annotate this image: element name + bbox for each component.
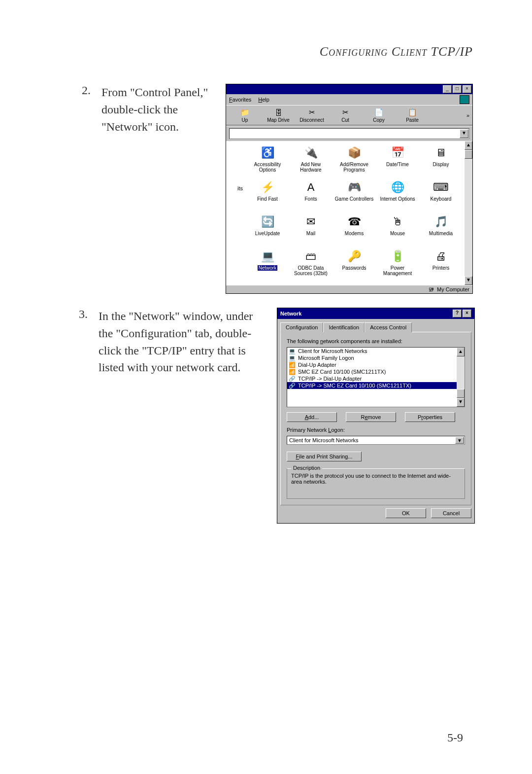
- address-dropdown-icon[interactable]: ▼: [460, 129, 468, 138]
- remove-button[interactable]: Remove: [346, 412, 396, 422]
- toolbar-copy[interactable]: 📄Copy: [363, 106, 395, 124]
- component-item[interactable]: 🔗TCP/IP -> Dial-Up Adapter: [287, 375, 465, 382]
- toolbar-overflow-icon[interactable]: »: [466, 112, 469, 118]
- disconnect-icon: ✂: [306, 107, 317, 117]
- close-button[interactable]: ×: [463, 310, 471, 317]
- display-icon: 🖥: [433, 145, 449, 161]
- cancel-button[interactable]: Cancel: [431, 508, 471, 518]
- cp-icon-keyboard[interactable]: ⌨Keyboard: [420, 179, 462, 212]
- file-print-sharing-button[interactable]: File and Print Sharing...: [287, 452, 362, 461]
- cp-icon-add-remove-programs[interactable]: 📦Add/Remove Programs: [333, 145, 375, 177]
- toolbar-up[interactable]: 📁Up: [229, 106, 261, 124]
- step-3-text: In the "Network" window, under the "Conf…: [99, 308, 256, 376]
- page-number: 5-9: [447, 731, 463, 744]
- help-button[interactable]: ?: [453, 310, 462, 317]
- step-3: 3. In the "Network" window, under the "C…: [79, 308, 473, 524]
- scrollbar[interactable]: ▲ ▼: [465, 141, 472, 285]
- combo-dropdown-icon[interactable]: ▼: [455, 437, 464, 444]
- configuration-pane: The following network components are ins…: [280, 332, 471, 505]
- add-button[interactable]: Add...: [287, 412, 337, 422]
- component-icon: 🔗: [289, 376, 296, 383]
- cp-icon-display[interactable]: 🖥Display: [420, 145, 462, 177]
- cp-icon-find-fast[interactable]: ⚡Find Fast: [247, 179, 288, 212]
- step-3-number: 3.: [79, 308, 88, 321]
- cp-icon-power-management[interactable]: 🔋Power Management: [377, 248, 418, 281]
- power-management-icon: 🔋: [390, 248, 405, 264]
- tab-identification[interactable]: Identification: [323, 322, 365, 332]
- component-icon: 📶: [289, 369, 296, 376]
- component-item[interactable]: 🔗TCP/IP -> SMC EZ Card 10/100 (SMC1211TX…: [287, 382, 465, 389]
- cp-icon-passwords[interactable]: 🔑Passwords: [333, 248, 375, 281]
- component-item[interactable]: 📶SMC EZ Card 10/100 (SMC1211TX): [287, 368, 465, 375]
- map-drive-icon: 🗄: [273, 107, 284, 117]
- cp-icon-fonts[interactable]: AFonts: [290, 179, 332, 212]
- cp-icon-internet-options[interactable]: 🌐Internet Options: [377, 179, 418, 212]
- tab-configuration[interactable]: Configuration: [280, 322, 323, 332]
- component-icon: 🔗: [289, 383, 296, 389]
- address-bar[interactable]: ▼: [229, 128, 469, 139]
- menubar: Favorites Help: [226, 94, 472, 105]
- cp-icon-modems[interactable]: ☎Modems: [333, 214, 375, 246]
- ok-button[interactable]: OK: [386, 508, 426, 518]
- tab-access-control[interactable]: Access Control: [365, 322, 412, 332]
- step-2: 2. From "Control Panel," double-click th…: [79, 84, 473, 294]
- components-list[interactable]: 💻Client for Microsoft Networks💻Microsoft…: [287, 347, 465, 407]
- primary-logon-value: Client for Microsoft Networks: [289, 437, 359, 443]
- cp-icon-mouse[interactable]: 🖱Mouse: [377, 214, 418, 246]
- cp-icon-mail[interactable]: ✉Mail: [290, 214, 332, 246]
- cp-icon-network[interactable]: 💻Network: [247, 248, 288, 281]
- component-item[interactable]: 💻Microsoft Family Logon: [287, 354, 465, 361]
- menu-favorites[interactable]: Favorites: [229, 97, 251, 103]
- cp-icon-accessibility-options[interactable]: ♿Accessibility Options: [247, 145, 288, 177]
- mouse-icon: 🖱: [390, 214, 405, 230]
- step-2-text: From "Control Panel," double-click the "…: [101, 84, 215, 135]
- component-item[interactable]: 💻Client for Microsoft Networks: [287, 348, 465, 354]
- toolbar-map-drive[interactable]: 🗄Map Drive: [263, 106, 294, 124]
- network-title-text: Network: [280, 311, 301, 317]
- internet-options-icon: 🌐: [390, 179, 405, 195]
- cp-icon-printers[interactable]: 🖨Printers: [420, 248, 462, 281]
- scroll-thumb[interactable]: [465, 150, 472, 159]
- description-text: TCP/IP is the protocol you use to connec…: [291, 473, 461, 485]
- add-new-hardware-icon: 🔌: [303, 145, 319, 161]
- properties-button[interactable]: Properties: [405, 412, 455, 422]
- cp-icon-odbc-data-sources-32bit-[interactable]: 🗃ODBC Data Sources (32bit): [290, 248, 332, 281]
- primary-logon-combo[interactable]: Client for Microsoft Networks ▼: [287, 436, 465, 445]
- keyboard-icon: ⌨: [433, 179, 449, 195]
- step-2-number: 2.: [79, 84, 91, 97]
- maximize-button[interactable]: □: [453, 85, 462, 93]
- scroll-up-icon[interactable]: ▲: [465, 141, 472, 150]
- scroll-up-icon[interactable]: ▲: [457, 348, 465, 356]
- description-legend: Description: [291, 465, 322, 471]
- scroll-down-icon[interactable]: ▼: [465, 276, 472, 285]
- cp-icon-game-controllers[interactable]: 🎮Game Controllers: [333, 179, 375, 212]
- tab-strip: Configuration Identification Access Cont…: [277, 319, 474, 332]
- add-remove-programs-icon: 📦: [346, 145, 362, 161]
- component-icon: 📶: [289, 362, 296, 369]
- toolbar-cut[interactable]: ✂Cut: [330, 106, 361, 124]
- toolbar-disconnect[interactable]: ✂Disconnect: [296, 106, 328, 124]
- list-scrollbar[interactable]: ▲ ▼: [457, 348, 465, 407]
- close-button[interactable]: ×: [463, 85, 471, 93]
- status-text: My Computer: [437, 286, 469, 292]
- cp-icon-liveupdate[interactable]: 🔄LiveUpdate: [247, 214, 288, 246]
- fonts-icon: A: [303, 179, 319, 195]
- cp-icon-add-new-hardware[interactable]: 🔌Add New Hardware: [290, 145, 332, 177]
- scroll-down-icon[interactable]: ▼: [457, 398, 465, 407]
- icon-grid: ♿Accessibility Options🔌Add New Hardware📦…: [244, 141, 465, 285]
- scroll-thumb[interactable]: [457, 389, 465, 398]
- control-panel-screenshot: _ □ × Favorites Help 📁Up🗄Map Drive✂Disco…: [226, 84, 473, 294]
- cp-icon-multimedia[interactable]: 🎵Multimedia: [420, 214, 462, 246]
- game-controllers-icon: 🎮: [346, 179, 362, 195]
- accessibility-options-icon: ♿: [260, 145, 275, 161]
- components-label: The following network components are ins…: [287, 338, 465, 344]
- copy-icon: 📄: [373, 107, 384, 117]
- control-panel-window: _ □ × Favorites Help 📁Up🗄Map Drive✂Disco…: [226, 84, 473, 294]
- cp-icon-date-time[interactable]: 📅Date/Time: [377, 145, 418, 177]
- menu-help[interactable]: Help: [258, 97, 269, 103]
- toolbar-paste[interactable]: 📋Paste: [397, 106, 428, 124]
- liveupdate-icon: 🔄: [260, 214, 275, 230]
- component-item[interactable]: 📶Dial-Up Adapter: [287, 361, 465, 368]
- multimedia-icon: 🎵: [433, 214, 449, 230]
- minimize-button[interactable]: _: [443, 85, 452, 93]
